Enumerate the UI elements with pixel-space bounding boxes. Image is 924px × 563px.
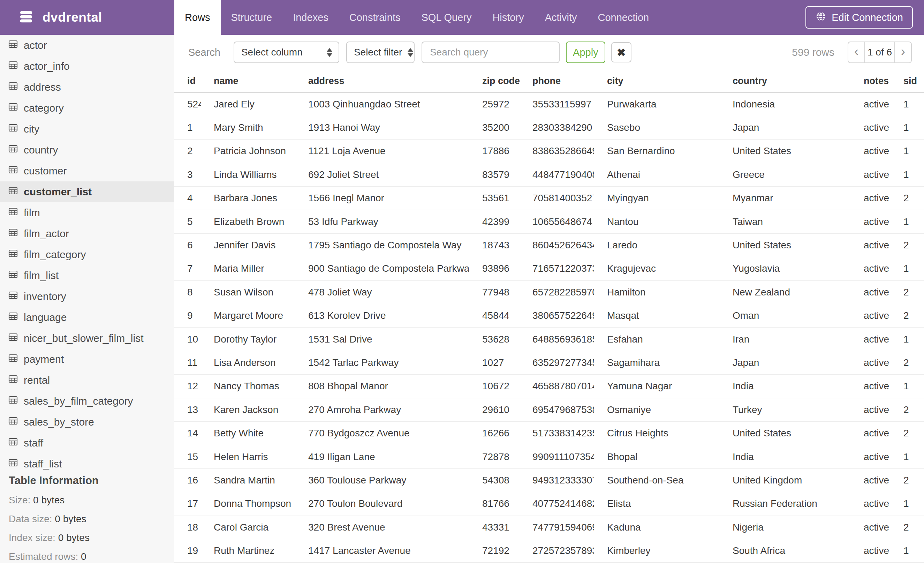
table-cell[interactable]: Carol Garcia — [201, 516, 296, 539]
table-cell[interactable]: 83579 — [470, 163, 519, 186]
table-cell[interactable]: 8 — [174, 281, 201, 304]
column-header-address[interactable]: address — [296, 70, 470, 92]
table-cell[interactable]: 613 Korolev Drive — [296, 304, 470, 327]
table-cell[interactable]: 6 — [174, 233, 201, 257]
table-cell[interactable]: Donna Thompson — [201, 492, 296, 516]
table-cell[interactable]: Margaret Moore — [201, 304, 296, 327]
sidebar-item-rental[interactable]: rental — [0, 370, 174, 391]
table-cell[interactable]: Turkey — [720, 398, 851, 421]
table-cell[interactable]: South Africa — [720, 539, 851, 562]
table-row[interactable]: 9Margaret Moore613 Korolev Drive45844380… — [174, 304, 924, 327]
table-cell[interactable]: active — [851, 116, 891, 139]
table-cell[interactable]: active — [851, 163, 891, 186]
table-cell[interactable]: 1003 Qinhuangdao Street — [296, 92, 470, 116]
table-cell[interactable]: Kragujevac — [594, 257, 720, 281]
table-cell[interactable]: 272572357893 — [519, 539, 594, 562]
table-cell[interactable]: 1 — [891, 327, 924, 351]
table-row[interactable]: 14Betty White770 Bydgoszcz Avenue1626651… — [174, 421, 924, 445]
table-cell[interactable]: Japan — [720, 116, 851, 139]
table-cell[interactable]: 2 — [891, 304, 924, 327]
table-cell[interactable]: Sagamihara — [594, 351, 720, 374]
table-cell[interactable]: Ruth Martinez — [201, 539, 296, 562]
table-cell[interactable]: 28303384290 — [519, 116, 594, 139]
table-cell[interactable]: 43331 — [470, 516, 519, 539]
table-cell[interactable]: 770 Bydgoszcz Avenue — [296, 421, 470, 445]
table-cell[interactable]: 1027 — [470, 351, 519, 374]
apply-button[interactable]: Apply — [566, 42, 605, 63]
table-cell[interactable]: 17886 — [470, 140, 519, 163]
tab-sql-query[interactable]: SQL Query — [411, 0, 482, 35]
tab-rows[interactable]: Rows — [174, 0, 221, 35]
sidebar-item-customer-list[interactable]: customer_list — [0, 182, 174, 202]
table-cell[interactable]: 716571220373 — [519, 257, 594, 281]
table-cell[interactable]: 1 — [891, 163, 924, 186]
table-cell[interactable]: 1542 Tarlac Parkway — [296, 351, 470, 374]
table-cell[interactable]: 2 — [891, 281, 924, 304]
table-cell[interactable]: 45844 — [470, 304, 519, 327]
table-cell[interactable]: 2 — [891, 351, 924, 374]
page-indicator[interactable]: 1 of 6 — [864, 42, 895, 62]
table-cell[interactable]: 270 Toulon Boulevard — [296, 492, 470, 516]
table-cell[interactable]: 320 Brest Avenue — [296, 516, 470, 539]
table-cell[interactable]: 1 — [891, 257, 924, 281]
table-cell[interactable]: Elizabeth Brown — [201, 210, 296, 233]
table-cell[interactable]: active — [851, 539, 891, 562]
table-cell[interactable]: Jennifer Davis — [201, 233, 296, 257]
table-cell[interactable]: 18743 — [470, 233, 519, 257]
sidebar-item-category[interactable]: category — [0, 98, 174, 119]
column-header-id[interactable]: id — [174, 70, 201, 92]
table-cell[interactable]: Purwakarta — [594, 92, 720, 116]
search-query-input[interactable] — [422, 42, 560, 63]
sidebar-item-film-list[interactable]: film_list — [0, 265, 174, 286]
table-row[interactable]: 2Patricia Johnson1121 Loja Avenue1788683… — [174, 140, 924, 163]
table-cell[interactable]: Myingyan — [594, 187, 720, 210]
sidebar-item-language[interactable]: language — [0, 307, 174, 328]
table-cell[interactable]: 900 Santiago de Compostela Parkway — [296, 257, 470, 281]
table-cell[interactable]: 93896 — [470, 257, 519, 281]
table-cell[interactable]: Russian Federation — [720, 492, 851, 516]
table-cell[interactable]: 692 Joliet Street — [296, 163, 470, 186]
column-header-country[interactable]: country — [720, 70, 851, 92]
table-cell[interactable]: 1 — [891, 539, 924, 562]
table-row[interactable]: 13Karen Jackson270 Amroha Parkway2961069… — [174, 398, 924, 421]
table-cell[interactable]: Myanmar — [720, 187, 851, 210]
table-cell[interactable]: India — [720, 445, 851, 468]
table-cell[interactable]: 360 Toulouse Parkway — [296, 468, 470, 492]
sidebar-item-country[interactable]: country — [0, 140, 174, 161]
table-cell[interactable]: 72878 — [470, 445, 519, 468]
table-cell[interactable]: Japan — [720, 351, 851, 374]
table-cell[interactable]: Indonesia — [720, 92, 851, 116]
table-cell[interactable]: Barbara Jones — [201, 187, 296, 210]
table-cell[interactable]: Greece — [720, 163, 851, 186]
table-cell[interactable]: Kaduna — [594, 516, 720, 539]
sidebar-item-actor[interactable]: actor — [0, 35, 174, 56]
table-cell[interactable]: Bhopal — [594, 445, 720, 468]
table-row[interactable]: 19Ruth Martinez1417 Lancaster Avenue7219… — [174, 539, 924, 562]
table-cell[interactable]: 270 Amroha Parkway — [296, 398, 470, 421]
table-cell[interactable]: Hamilton — [594, 281, 720, 304]
table-cell[interactable]: 72192 — [470, 539, 519, 562]
edit-connection-button[interactable]: Edit Connection — [806, 6, 913, 29]
next-page-button[interactable]: › — [895, 42, 911, 62]
table-cell[interactable]: 2 — [891, 398, 924, 421]
tab-structure[interactable]: Structure — [221, 0, 283, 35]
table-cell[interactable]: active — [851, 492, 891, 516]
table-cell[interactable]: 524 — [174, 92, 201, 116]
table-cell[interactable]: 16 — [174, 468, 201, 492]
table-cell[interactable]: active — [851, 233, 891, 257]
sidebar-item-nicer-but-slower-film-list[interactable]: nicer_but_slower_film_list — [0, 328, 174, 349]
table-cell[interactable]: Nantou — [594, 210, 720, 233]
table-cell[interactable]: Mary Smith — [201, 116, 296, 139]
table-cell[interactable]: 1 — [891, 375, 924, 398]
table-cell[interactable]: San Bernardino — [594, 140, 720, 163]
sidebar-item-staff-list[interactable]: staff_list — [0, 453, 174, 474]
table-cell[interactable]: active — [851, 327, 891, 351]
tab-history[interactable]: History — [482, 0, 534, 35]
table-cell[interactable]: Masqat — [594, 304, 720, 327]
filter-select[interactable]: Select filter — [346, 42, 415, 63]
table-cell[interactable]: 2 — [891, 187, 924, 210]
table-cell[interactable]: Dorothy Taylor — [201, 327, 296, 351]
table-cell[interactable]: 808 Bhopal Manor — [296, 375, 470, 398]
table-row[interactable]: 6Jennifer Davis1795 Santiago de Composte… — [174, 233, 924, 257]
table-cell[interactable]: Athenai — [594, 163, 720, 186]
